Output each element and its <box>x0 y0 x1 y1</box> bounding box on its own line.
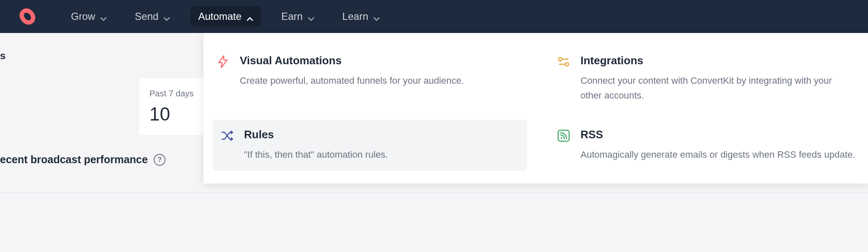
nav-label: Send <box>135 11 158 22</box>
menu-integrations[interactable]: Integrations Connect your content with C… <box>544 46 868 111</box>
divider <box>0 192 868 193</box>
svg-point-5 <box>561 137 562 139</box>
menu-desc: Create powerful, automated funnels for y… <box>240 73 515 88</box>
bolt-icon <box>216 55 230 68</box>
menu-desc: "If this, then that" automation rules. <box>244 147 515 162</box>
chevron-down-icon <box>100 13 107 20</box>
top-navbar: Grow Send Automate Earn Learn <box>0 0 868 33</box>
nav-send[interactable]: Send <box>127 6 178 27</box>
menu-title: RSS <box>580 128 855 141</box>
nav-automate[interactable]: Automate <box>190 6 261 27</box>
menu-title: Rules <box>244 128 515 141</box>
automate-dropdown: Visual Automations Create powerful, auto… <box>203 33 868 184</box>
menu-rss[interactable]: RSS Automagically generate emails or dig… <box>544 120 868 170</box>
shuffle-icon <box>220 129 234 142</box>
nav-label: Learn <box>342 11 368 22</box>
chevron-up-icon <box>247 13 253 20</box>
nav-earn[interactable]: Earn <box>274 6 322 27</box>
nav-learn[interactable]: Learn <box>335 6 388 27</box>
nav-label: Automate <box>198 11 241 22</box>
rss-icon <box>557 129 570 142</box>
chevron-down-icon <box>163 13 170 20</box>
chevron-down-icon <box>373 13 380 20</box>
menu-title: Visual Automations <box>240 54 515 67</box>
menu-title: Integrations <box>580 54 855 67</box>
menu-content: Rules "If this, then that" automation ru… <box>244 128 515 162</box>
integrations-icon <box>557 55 570 68</box>
nav-label: Grow <box>71 11 95 22</box>
menu-desc: Automagically generate emails or digests… <box>580 147 855 162</box>
menu-desc: Connect your content with ConvertKit by … <box>580 73 855 103</box>
chevron-down-icon <box>308 13 315 20</box>
perf-title: ecent broadcast performance <box>0 153 148 166</box>
nav-label: Earn <box>281 11 303 22</box>
help-icon[interactable]: ? <box>154 154 165 166</box>
menu-content: Integrations Connect your content with C… <box>580 54 855 103</box>
convertkit-logo[interactable] <box>17 6 38 27</box>
nav-grow[interactable]: Grow <box>63 6 114 27</box>
menu-content: Visual Automations Create powerful, auto… <box>240 54 515 88</box>
nav-items: Grow Send Automate Earn Learn <box>63 6 388 27</box>
menu-rules[interactable]: Rules "If this, then that" automation ru… <box>213 120 527 170</box>
menu-content: RSS Automagically generate emails or dig… <box>580 128 855 162</box>
menu-visual-automations[interactable]: Visual Automations Create powerful, auto… <box>203 46 527 111</box>
